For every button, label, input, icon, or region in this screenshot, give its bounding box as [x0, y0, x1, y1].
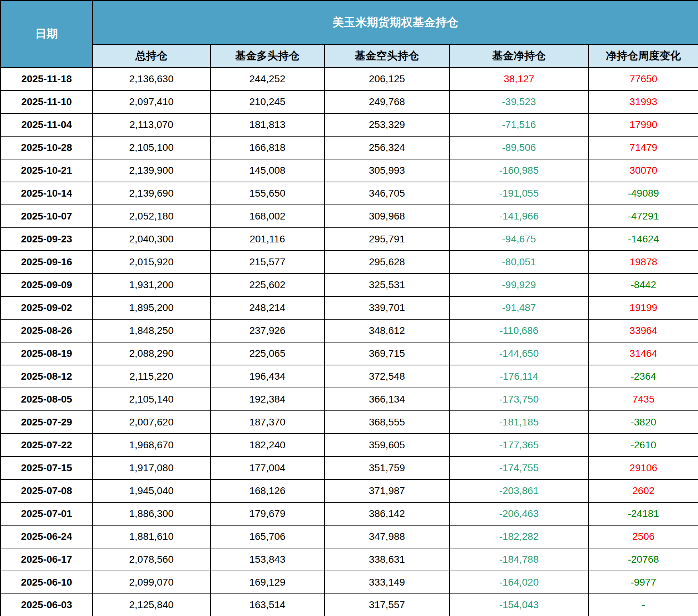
value-cell: 249,768 [325, 90, 450, 113]
table-row: 2025-11-042,113,070181,813253,329-71,516… [1, 113, 698, 136]
net-position-cell: -91,487 [450, 296, 589, 319]
date-cell: 2025-09-16 [1, 251, 93, 273]
value-cell: 237,926 [211, 319, 325, 342]
weekly-change-cell: -2364 [589, 365, 698, 388]
net-position-cell: 38,127 [450, 68, 589, 90]
value-cell: 210,245 [211, 90, 325, 113]
value-cell: 177,004 [211, 457, 325, 479]
value-cell: 253,329 [325, 113, 450, 136]
value-cell: 181,813 [211, 113, 325, 136]
value-cell: 295,791 [325, 228, 450, 251]
value-cell: 2,139,900 [93, 159, 211, 182]
value-cell: 359,605 [325, 434, 450, 457]
date-cell: 2025-06-24 [1, 525, 93, 548]
value-cell: 366,134 [325, 388, 450, 411]
weekly-change-cell: 31993 [589, 90, 698, 113]
table-header: 日期 美玉米期货期权基金持仓 总持仓基金多头持仓基金空头持仓基金净持仓净持仓周度… [1, 1, 698, 68]
weekly-change-cell: 19199 [589, 296, 698, 319]
net-position-cell: -181,185 [450, 411, 589, 434]
value-cell: 317,557 [325, 594, 450, 616]
value-cell: 2,099,070 [93, 571, 211, 594]
value-cell: 2,088,290 [93, 342, 211, 365]
table-row: 2025-11-182,136,630244,252206,12538,1277… [1, 68, 698, 90]
table-row: 2025-07-292,007,620187,370368,555-181,18… [1, 411, 698, 434]
value-cell: 369,715 [325, 342, 450, 365]
net-position-cell: -191,055 [450, 182, 589, 205]
date-column-header: 日期 [1, 1, 93, 68]
date-cell: 2025-10-21 [1, 159, 93, 182]
column-header: 总持仓 [93, 44, 211, 68]
table-row: 2025-08-052,105,140192,384366,134-173,75… [1, 388, 698, 411]
value-cell: 2,007,620 [93, 411, 211, 434]
weekly-change-cell: -14624 [589, 228, 698, 251]
value-cell: 145,008 [211, 159, 325, 182]
date-cell: 2025-07-15 [1, 457, 93, 479]
net-position-cell: -80,051 [450, 251, 589, 273]
date-cell: 2025-06-10 [1, 571, 93, 594]
weekly-change-cell: -47291 [589, 205, 698, 228]
table-body: 2025-11-182,136,630244,252206,12538,1277… [1, 68, 698, 616]
value-cell: 2,125,840 [93, 594, 211, 616]
column-header: 基金空头持仓 [325, 44, 450, 68]
weekly-change-cell: 19878 [589, 251, 698, 273]
net-position-cell: -177,365 [450, 434, 589, 457]
weekly-change-cell: 33964 [589, 319, 698, 342]
value-cell: 347,988 [325, 525, 450, 548]
value-cell: 2,097,410 [93, 90, 211, 113]
value-cell: 333,149 [325, 571, 450, 594]
net-position-cell: -144,650 [450, 342, 589, 365]
fund-positions-table: 日期 美玉米期货期权基金持仓 总持仓基金多头持仓基金空头持仓基金净持仓净持仓周度… [0, 0, 698, 616]
weekly-change-cell: 2506 [589, 525, 698, 548]
table-row: 2025-09-021,895,200248,214339,701-91,487… [1, 296, 698, 319]
value-cell: 163,514 [211, 594, 325, 616]
weekly-change-cell: -2610 [589, 434, 698, 457]
weekly-change-cell: 71479 [589, 136, 698, 159]
value-cell: 309,968 [325, 205, 450, 228]
value-cell: 1,968,670 [93, 434, 211, 457]
net-position-cell: -182,282 [450, 525, 589, 548]
value-cell: 2,078,560 [93, 548, 211, 571]
value-cell: 248,214 [211, 296, 325, 319]
value-cell: 2,015,920 [93, 251, 211, 273]
net-position-cell: -174,755 [450, 457, 589, 479]
date-cell: 2025-08-12 [1, 365, 93, 388]
weekly-change-cell: 7435 [589, 388, 698, 411]
net-position-cell: -141,966 [450, 205, 589, 228]
net-position-cell: -110,686 [450, 319, 589, 342]
weekly-change-cell: 2602 [589, 479, 698, 502]
table-row: 2025-10-282,105,100166,818256,324-89,506… [1, 136, 698, 159]
value-cell: 2,115,220 [93, 365, 211, 388]
value-cell: 368,555 [325, 411, 450, 434]
date-cell: 2025-06-03 [1, 594, 93, 616]
weekly-change-cell: -3820 [589, 411, 698, 434]
value-cell: 1,895,200 [93, 296, 211, 319]
table-row: 2025-09-091,931,200225,602325,531-99,929… [1, 273, 698, 296]
value-cell: 346,705 [325, 182, 450, 205]
table-title: 美玉米期货期权基金持仓 [93, 1, 698, 45]
weekly-change-cell: 17990 [589, 113, 698, 136]
value-cell: 338,631 [325, 548, 450, 571]
value-cell: 2,113,070 [93, 113, 211, 136]
date-cell: 2025-07-29 [1, 411, 93, 434]
value-cell: 225,065 [211, 342, 325, 365]
value-cell: 169,129 [211, 571, 325, 594]
value-cell: 187,370 [211, 411, 325, 434]
table-row: 2025-06-102,099,070169,129333,149-164,02… [1, 571, 698, 594]
net-position-cell: -206,463 [450, 502, 589, 525]
date-cell: 2025-06-17 [1, 548, 93, 571]
weekly-change-cell: -49089 [589, 182, 698, 205]
value-cell: 166,818 [211, 136, 325, 159]
value-cell: 348,612 [325, 319, 450, 342]
date-cell: 2025-09-02 [1, 296, 93, 319]
table-row: 2025-10-072,052,180168,002309,968-141,96… [1, 205, 698, 228]
value-cell: 2,139,690 [93, 182, 211, 205]
value-cell: 1,917,080 [93, 457, 211, 479]
net-position-cell: -184,788 [450, 548, 589, 571]
value-cell: 256,324 [325, 136, 450, 159]
date-cell: 2025-11-04 [1, 113, 93, 136]
value-cell: 215,577 [211, 251, 325, 273]
value-cell: 192,384 [211, 388, 325, 411]
date-cell: 2025-10-07 [1, 205, 93, 228]
date-cell: 2025-08-26 [1, 319, 93, 342]
date-cell: 2025-10-28 [1, 136, 93, 159]
